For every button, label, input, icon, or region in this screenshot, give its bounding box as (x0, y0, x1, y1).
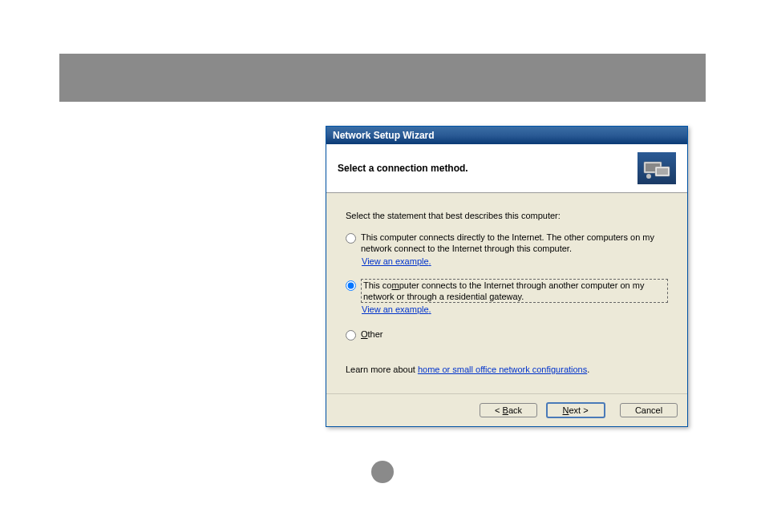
radio-gateway-input[interactable] (346, 280, 356, 291)
network-device-icon (638, 152, 676, 184)
wizard-button-bar: < Back Next > Cancel (326, 393, 687, 426)
page-indicator-circle (371, 461, 394, 483)
next-button[interactable]: Next > (546, 402, 605, 418)
radio-option-other[interactable]: Other (346, 328, 668, 341)
svg-point-4 (646, 174, 651, 179)
learn-more-text: Learn more about home or small office ne… (346, 365, 668, 374)
window-title: Network Setup Wizard (333, 130, 435, 141)
svg-rect-3 (657, 168, 668, 175)
cancel-button[interactable]: Cancel (620, 403, 678, 417)
wizard-content: Select the statement that best describes… (326, 193, 687, 393)
radio-option-direct[interactable]: This computer connects directly to the I… (346, 232, 668, 274)
title-bar: Network Setup Wizard (326, 127, 687, 144)
wizard-header: Select a connection method. (326, 144, 687, 193)
instruction-text: Select the statement that best describes… (346, 211, 668, 220)
radio-other-input[interactable] (346, 330, 356, 341)
radio-direct-label: This computer connects directly to the I… (361, 232, 668, 255)
wizard-header-text: Select a connection method. (338, 163, 468, 174)
learn-more-link[interactable]: home or small office network configurati… (418, 365, 587, 374)
radio-other-label: Other (361, 328, 668, 340)
page-banner (59, 54, 706, 102)
radio-option-gateway[interactable]: This computer connects to the Internet t… (346, 279, 668, 323)
radio-gateway-label: This computer connects to the Internet t… (361, 279, 668, 304)
view-example-direct-link[interactable]: View an example. (362, 256, 431, 266)
radio-direct-input[interactable] (346, 233, 356, 244)
network-setup-wizard-window: Network Setup Wizard Select a connection… (326, 126, 688, 427)
back-button[interactable]: < Back (480, 403, 537, 417)
view-example-gateway-link[interactable]: View an example. (362, 304, 431, 314)
